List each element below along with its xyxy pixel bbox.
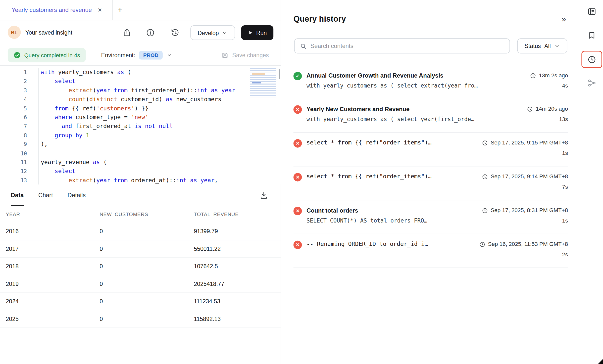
environment-selector[interactable]: Environment: PROD: [101, 45, 172, 66]
history-item-timestamp: Sep 17, 2025, 8:31 PM GMT+8: [491, 206, 568, 215]
code-text: select: [39, 167, 281, 176]
history-item-title: Yearly New Customers and Revenue: [306, 104, 521, 114]
run-button[interactable]: Run: [241, 25, 273, 40]
code-line: 13 extract(year from ordered_at)::int as…: [0, 176, 281, 184]
code-text: count(distinct customer_id) as new_custo…: [39, 95, 281, 104]
status-icon: ✓: [294, 72, 302, 80]
code-line: 2 select: [0, 77, 281, 86]
tab-chart[interactable]: Chart: [38, 184, 53, 206]
play-icon: [248, 30, 253, 36]
history-item-duration: 1s: [482, 148, 568, 159]
close-tab-icon[interactable]: ✕: [98, 7, 102, 13]
history-item[interactable]: ✕ select * from {{ ref("order_items")… S…: [294, 132, 568, 166]
tab-yearly-customers-and-revenue[interactable]: Yearly customers and revenue ✕: [0, 0, 112, 20]
tab-data[interactable]: Data: [11, 184, 24, 206]
history-item-timestamp: Sep 17, 2025, 9:15 PM GMT+8: [491, 138, 568, 148]
bookmark-icon[interactable]: [587, 31, 597, 40]
editor-minimap[interactable]: [250, 68, 276, 97]
right-icon-rail: [580, 0, 603, 364]
info-icon[interactable]: [146, 28, 155, 37]
cell-year: 2025: [6, 310, 19, 327]
history-item[interactable]: ✕ Count total orders SELECT COUNT(*) AS …: [294, 200, 568, 234]
clock-icon: [482, 140, 488, 146]
download-icon[interactable]: [259, 191, 268, 200]
cell-new-customers: 0: [100, 240, 103, 257]
history-item-meta: Sep 17, 2025, 9:15 PM GMT+8 1s: [482, 138, 568, 159]
resize-corner-icon: [598, 359, 603, 364]
status-icon: ✕: [294, 207, 302, 215]
sql-editor[interactable]: 1 with yearly_customers as ( 2 select 3 …: [0, 66, 281, 184]
history-item-snippet: SELECT COUNT(*) AS total_orders FRO…: [306, 215, 476, 226]
history-item-time: 14m 20s ago: [527, 104, 568, 114]
develop-button[interactable]: Develop: [190, 25, 235, 40]
list-panel-icon[interactable]: [587, 7, 597, 16]
history-item-meta: Sep 16, 2025, 11:53 PM GMT+8 2s: [479, 239, 568, 260]
query-history-icon[interactable]: [587, 55, 597, 64]
code-text: from {{ ref('customers') }}: [39, 104, 281, 113]
history-item-time: Sep 17, 2025, 8:31 PM GMT+8: [482, 206, 568, 215]
history-item-body: Annual Customer Growth and Revenue Analy…: [306, 71, 530, 91]
editor-tab-bar: Yearly customers and revenue ✕ +: [0, 0, 281, 20]
history-item-time: Sep 17, 2025, 9:14 PM GMT+8: [482, 172, 568, 182]
code-lines: 1 with yearly_customers as ( 2 select 3 …: [0, 68, 281, 184]
code-line: 11 yearly_revenue as (: [0, 158, 281, 167]
code-line: 12 select: [0, 167, 281, 176]
history-item-title: -- Renaming ORDER_ID to order_id i…: [306, 239, 474, 249]
history-item-snippet: with yearly_customers as ( select extrac…: [306, 80, 525, 91]
save-changes-label: Save changes: [232, 52, 269, 58]
history-item[interactable]: ✕ -- Renaming ORDER_ID to order_id i… Se…: [294, 234, 568, 268]
cell-total-revenue: 111234.53: [194, 292, 220, 310]
table-row: 2019 0 2025418.77: [0, 275, 281, 292]
results-table-header: YEAR NEW_CUSTOMERS TOTAL_REVENUE: [0, 206, 281, 222]
chevron-down-icon: [222, 30, 228, 36]
history-item-body: select * from {{ ref("order_items")…: [306, 138, 482, 159]
history-item-timestamp: 14m 20s ago: [536, 104, 568, 114]
line-number: 8: [0, 131, 39, 140]
history-item[interactable]: ✓ Annual Customer Growth and Revenue Ana…: [294, 65, 568, 99]
code-line: 10: [0, 149, 281, 158]
search-box[interactable]: [294, 39, 510, 53]
status-icon: ✕: [294, 241, 302, 249]
tab-details[interactable]: Details: [67, 184, 86, 206]
history-item-duration: 2s: [479, 249, 568, 260]
history-item-duration: 13s: [527, 114, 568, 125]
chevron-down-icon: [167, 52, 172, 58]
history-item[interactable]: ✕ Yearly New Customers and Revenue with …: [294, 99, 568, 132]
search-input[interactable]: [310, 43, 505, 49]
save-changes-button[interactable]: Save changes: [221, 45, 269, 66]
query-status-badge: Query completed in 4s: [8, 48, 86, 62]
status-filter-value: All: [544, 43, 551, 49]
status-filter-dropdown[interactable]: Status All: [517, 39, 567, 53]
column-header-year: YEAR: [6, 206, 20, 222]
code-text: yearly_revenue as (: [39, 158, 281, 167]
cell-new-customers: 0: [100, 223, 103, 240]
history-item[interactable]: ✕ select * from {{ ref("order_items")… S…: [294, 166, 568, 200]
editor-scrollbar[interactable]: [279, 69, 280, 79]
table-row: 2025 0 115892.13: [0, 310, 281, 327]
history-item-title: select * from {{ ref("order_items")…: [306, 138, 476, 148]
code-line: 8 group by 1: [0, 131, 281, 140]
history-item-duration: 7s: [482, 182, 568, 193]
code-line: 6 where customer_type = 'new': [0, 113, 281, 122]
cell-new-customers: 0: [100, 258, 103, 275]
history-item-meta: 14m 20s ago 13s: [527, 104, 568, 125]
insight-title: Your saved insight: [25, 20, 72, 45]
share-icon[interactable]: [122, 28, 132, 37]
line-number: 12: [0, 167, 39, 176]
cell-new-customers: 0: [100, 292, 103, 310]
new-tab-button[interactable]: +: [117, 6, 122, 14]
history-item-title: Annual Customer Growth and Revenue Analy…: [306, 71, 525, 80]
check-circle-icon: [13, 51, 21, 59]
collapse-panel-icon[interactable]: »: [561, 15, 566, 23]
status-icon: ✕: [294, 173, 302, 182]
lineage-icon[interactable]: [587, 78, 597, 88]
line-number: 9: [0, 140, 39, 149]
search-icon: [300, 43, 306, 49]
history-item-body: select * from {{ ref("order_items")…: [306, 172, 482, 192]
version-history-icon[interactable]: [170, 28, 180, 37]
code-line: 4 count(distinct customer_id) as new_cus…: [0, 95, 281, 104]
app-window: Yearly customers and revenue ✕ + BL Your…: [0, 0, 603, 364]
panel-title: Query history: [294, 14, 346, 23]
cell-year: 2016: [6, 223, 19, 240]
run-button-label: Run: [256, 29, 267, 36]
